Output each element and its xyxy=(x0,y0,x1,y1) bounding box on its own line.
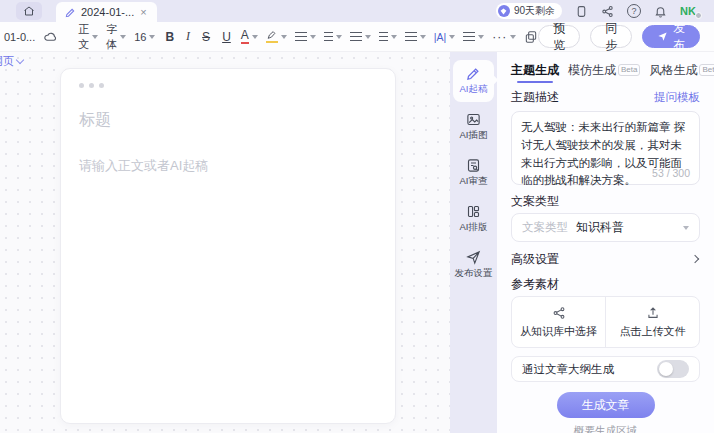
tab-style-generation[interactable]: 风格生成 Beta xyxy=(649,62,714,79)
rail-item-ai-review[interactable]: AI审查 xyxy=(453,152,494,194)
list-icon xyxy=(463,32,475,34)
rail-item-ai-draft[interactable]: AI起稿 xyxy=(453,60,494,102)
align-button[interactable] xyxy=(295,32,316,42)
chevron-down-icon xyxy=(120,35,126,39)
advanced-settings-row[interactable]: 高级设置 xyxy=(511,250,700,268)
vertical-align-button[interactable] xyxy=(379,32,397,42)
more-tools-button[interactable]: ··· xyxy=(492,30,516,44)
chevron-down-icon xyxy=(149,35,155,39)
copy-type-header: 文案类型 xyxy=(511,193,700,208)
template-link[interactable]: 提问模板 xyxy=(654,90,700,105)
mobile-icon[interactable] xyxy=(575,5,588,18)
chevron-down-icon xyxy=(252,35,258,39)
share-icon[interactable] xyxy=(601,5,614,18)
page-type-selector[interactable]: 网页 xyxy=(0,54,23,69)
sync-button[interactable]: 同 步 xyxy=(590,25,632,48)
select-prefix: 文案类型 xyxy=(522,220,568,235)
vertical-align-icon xyxy=(379,32,388,34)
reference-header: 参考素材 xyxy=(511,276,700,291)
ordered-list-icon xyxy=(324,32,333,34)
document-title: 01-0... xyxy=(4,31,35,43)
line-spacing-button[interactable] xyxy=(405,32,426,42)
font-color-button[interactable]: A xyxy=(241,29,258,44)
description-label: 主题描述 xyxy=(511,89,559,106)
reference-label: 参考素材 xyxy=(511,277,559,291)
trial-badge-label: 90天剩余 xyxy=(514,4,555,18)
card-dots xyxy=(79,83,377,88)
reference-cards: 从知识库中选择 点击上传文件 xyxy=(511,296,700,348)
document-card[interactable]: 标题 请输入正文或者AI起稿 xyxy=(60,68,396,424)
font-family-select[interactable]: 字体 xyxy=(106,22,126,52)
chevron-down-icon xyxy=(336,35,342,39)
copy-type-label: 文案类型 xyxy=(511,194,559,208)
document-tab[interactable]: 2024-01-... × xyxy=(56,2,157,22)
help-icon[interactable]: ? xyxy=(627,4,641,18)
italic-button[interactable]: I xyxy=(186,29,190,44)
chevron-down-icon xyxy=(683,226,689,230)
format-painter-icon[interactable] xyxy=(524,30,538,44)
pencil-icon xyxy=(466,66,481,81)
strikethrough-button[interactable]: S xyxy=(202,30,210,44)
generation-panel: 主题生成 模仿生成 Beta 风格生成 Beta 主题描述 提问模板 无人驾驶：… xyxy=(497,52,714,433)
rail-item-publish-settings[interactable]: 发布设置 xyxy=(453,244,494,286)
align-icon xyxy=(295,32,307,34)
text-direction-button[interactable]: |A| xyxy=(434,31,455,43)
paragraph-style-select[interactable]: 正文 xyxy=(78,22,98,52)
knowledge-base-label: 从知识库中选择 xyxy=(520,324,597,339)
publish-label: 发布 xyxy=(673,20,685,54)
rail-item-label: AI审查 xyxy=(460,175,488,188)
page-type-label: 网页 xyxy=(0,54,14,69)
help-glyph: ? xyxy=(632,6,637,16)
chevron-down-icon xyxy=(92,35,98,39)
main-area: 网页 标题 请输入正文或者AI起稿 AI起稿 AI xyxy=(0,52,714,433)
rail-item-ai-illustration[interactable]: AI插图 xyxy=(453,106,494,148)
indent-button[interactable] xyxy=(350,32,371,42)
format-toolbar: 01-0... 正文 字体 16 B I S U A xyxy=(0,22,714,52)
chevron-down-icon xyxy=(478,35,484,39)
toggle-knob xyxy=(659,362,673,376)
list-style-button[interactable] xyxy=(463,32,484,42)
upload-file-card[interactable]: 点击上传文件 xyxy=(605,297,699,347)
tab-title: 2024-01-... xyxy=(81,6,134,18)
char-counter: 53 / 300 xyxy=(652,167,690,179)
panel-tabs: 主题生成 模仿生成 Beta 风格生成 Beta xyxy=(511,60,700,80)
rail-item-ai-layout[interactable]: AI排版 xyxy=(453,198,494,240)
pencil-icon xyxy=(65,7,76,18)
font-size-select[interactable]: 16 xyxy=(134,31,155,43)
body-input[interactable]: 请输入正文或者AI起稿 xyxy=(79,157,377,175)
generation-area-hint: 概要生成区域 xyxy=(511,424,700,433)
highlight-color-button[interactable] xyxy=(266,30,287,44)
knowledge-base-card[interactable]: 从知识库中选择 xyxy=(512,297,605,347)
description-textarea[interactable]: 无人驾驶：未来出行的新篇章 探讨无人驾驶技术的发展，其对未来出行方式的影响，以及… xyxy=(511,111,700,185)
close-icon[interactable]: × xyxy=(139,6,147,18)
underline-button[interactable]: U xyxy=(222,30,231,44)
ordered-list-button[interactable] xyxy=(324,32,342,42)
publish-button[interactable]: 发布 xyxy=(642,25,700,48)
tab-imitation-generation[interactable]: 模仿生成 Beta xyxy=(568,62,640,79)
trial-badge[interactable]: 90天剩余 xyxy=(496,3,562,19)
title-input[interactable]: 标题 xyxy=(79,110,377,131)
chevron-right-icon xyxy=(691,255,699,263)
chevron-down-icon xyxy=(420,35,426,39)
rail-item-label: AI排版 xyxy=(460,221,488,234)
copy-type-select[interactable]: 文案类型 知识科普 xyxy=(511,213,700,242)
description-value: 无人驾驶：未来出行的新篇章 探讨无人驾驶技术的发展，其对未来出行方式的影响，以及… xyxy=(521,119,690,190)
home-button[interactable] xyxy=(16,2,42,20)
gem-icon xyxy=(498,5,510,17)
user-avatar[interactable]: NK xyxy=(680,5,700,17)
avatar-initials: NK xyxy=(680,5,696,17)
font-size-value: 16 xyxy=(134,31,146,43)
preview-button[interactable]: 预 览 xyxy=(538,25,580,48)
bell-icon[interactable] xyxy=(654,5,667,18)
cloud-sync-icon[interactable] xyxy=(43,29,58,44)
outline-toggle[interactable] xyxy=(657,360,689,378)
bold-button[interactable]: B xyxy=(165,30,174,44)
generate-article-button[interactable]: 生成文章 xyxy=(557,392,655,418)
advanced-settings-label: 高级设置 xyxy=(511,251,559,268)
paragraph-style-value: 正文 xyxy=(78,22,89,52)
more-icon: ··· xyxy=(492,30,507,44)
chevron-down-icon xyxy=(365,35,371,39)
chevron-down-icon xyxy=(310,35,316,39)
tab-theme-generation[interactable]: 主题生成 xyxy=(511,62,559,79)
text-direction-icon: |A| xyxy=(434,31,446,43)
